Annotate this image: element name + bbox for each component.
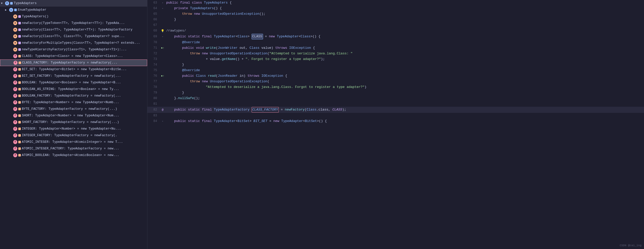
code-line-70: 70 @Override [147,40,644,45]
line-gutter [160,79,165,84]
list-item[interactable]: f BYTE: TypeAdapter<Number> = new TypeAd… [0,99,147,106]
line-number: 71 [147,45,160,51]
visibility-icon [18,15,21,18]
line-number: 63 [147,0,160,6]
list-item[interactable]: f BIT_SET: TypeAdapter<BitSet> = new Typ… [0,66,147,73]
tree-item-label: ATOMIC_BOOLEAN: TypeAdapter<AtomicBoolea… [22,153,119,157]
line-gutter: 💡 [160,28,165,34]
tree-item-label: CLASS: TypeAdapter<Class> = new TypeAdap… [22,54,123,58]
fold-icon: ▾ [161,2,164,4]
tree-item-label: BOOLEAN_FACTORY: TypeAdapterFactory = ne… [22,94,121,98]
line-code: } [165,17,644,22]
list-item[interactable]: f BOOLEAN: TypeAdapter<Boolean> = new Ty… [0,79,147,86]
line-gutter [160,22,165,28]
code-line-76: 76 ●↑ public Class read(JsonReader in) t… [147,73,644,79]
list-item[interactable]: f ATOMIC_INTEGER: TypeAdapter<AtomicInte… [0,139,147,145]
code-line-65: 65 throw new UnsupportedOperationExcepti… [147,11,644,17]
list-item[interactable]: f INTEGER_FACTORY: TypeAdapterFactory = … [0,132,147,139]
at-icon: @ [162,108,164,111]
line-number: 69 [147,34,160,40]
code-line-69: 69 ▾ public static final TypeAdapter<Cla… [147,34,644,40]
line-gutter: ▾ [160,6,165,11]
code-line-71: 71 ●↑ public void write(JsonWriter out, … [147,45,644,51]
list-item[interactable]: f BOOLEAN_FACTORY: TypeAdapterFactory = … [0,92,147,99]
tree-item-label: INTEGER_FACTORY: TypeAdapterFactory = ne… [22,134,117,137]
code-line-77: 77 throw new UnsupportedOperationExcepti… [147,79,644,84]
tree-root-item[interactable]: ▼ C TypeAdapters [0,0,147,7]
tree-item-label: BOOLEAN: TypeAdapter<Boolean> = new Type… [22,81,121,84]
line-code: @Override [165,40,644,45]
list-item[interactable]: f CLASS: TypeAdapter<Class> = new TypeAd… [0,53,147,59]
line-gutter [160,90,165,96]
tree-item-label: SHORT: TypeAdapter<Number> = new TypeAda… [22,114,119,117]
method-icon: m [13,21,17,25]
field-icon: f [13,120,17,124]
line-number: 83 [147,113,160,118]
line-code: public static final TypeAdapterFactory C… [165,107,644,113]
code-line-80: 80 }.nullSafe(); [147,96,644,101]
line-number: 76 [147,73,160,79]
tree-item-label: BIT_SET: TypeAdapter<BitSet> = new TypeA… [22,68,127,71]
field-icon: f [13,127,17,131]
line-number: 75 [147,68,160,73]
line-gutter [160,62,165,68]
list-item[interactable]: f SHORT_FACTORY: TypeAdapterFactory = ne… [0,119,147,126]
tree-item-label: ATOMIC_INTEGER_FACTORY: TypeAdapterFacto… [22,147,119,150]
selected-list-item[interactable]: f CLASS_FACTORY: TypeAdapterFactory = ne… [0,59,147,66]
list-item[interactable]: ▶ C EnumTypeAdapter [0,7,147,13]
tree-item-label: TypeAdapters() [22,15,49,18]
line-code: public final class TypeAdapters { [165,0,644,6]
visibility-icon [18,114,21,117]
tree-item-label: ATOMIC_INTEGER: TypeAdapter<AtomicIntege… [22,140,123,144]
line-code: public static final TypeAdapter<BitSet> … [165,118,644,124]
visibility-icon [18,28,21,31]
line-number: 65 [147,11,160,17]
line-gutter [160,84,165,90]
code-line-73: 73 + value.getName() + ". Forgot to regi… [147,56,644,62]
code-line-84: 84 ▾ public static final TypeAdapter<Bit… [147,118,644,124]
tree-item-label: BYTE: TypeAdapter<Number> = new TypeAdap… [22,101,119,104]
field-icon: f [13,81,17,85]
line-code: throw new UnsupportedOperationException( [165,79,644,84]
tree-item-label: BOOLEAN_AS_STRING: TypeAdapter<Boolean> … [22,87,119,91]
code-editor: 63 ▾ public final class TypeAdapters { 6… [147,0,644,249]
list-item[interactable]: f ATOMIC_INTEGER_FACTORY: TypeAdapterFac… [0,145,147,152]
line-number: 67 [147,22,160,28]
field-icon: f [13,87,17,91]
code-line-79: 79 } [147,90,644,96]
list-item[interactable]: f INTEGER: TypeAdapter<Number> = new Typ… [0,126,147,132]
visibility-icon [18,35,21,38]
tree-item-label: newTypeHierarchyFactory(Class<T1>, TypeA… [22,48,127,51]
line-number: 77 [147,79,160,84]
warning-icon: 💡 [161,29,164,33]
list-item[interactable]: f BOOLEAN_AS_STRING: TypeAdapter<Boolean… [0,86,147,92]
code-line-63: 63 ▾ public final class TypeAdapters { [147,0,644,6]
list-item[interactable]: m newFactory(Class<TT>, Class<TT>, TypeA… [0,33,147,40]
list-item[interactable]: f BIT_SET_FACTORY: TypeAdapterFactory = … [0,73,147,79]
fold-icon: ▾ [161,120,164,123]
line-code: public static final TypeAdapter<Class> C… [165,34,644,40]
line-number: 82 [147,107,160,113]
visibility-icon [18,55,21,57]
list-item[interactable]: m newFactory(Class<TT>, TypeAdapter<TT>)… [0,26,147,33]
tree-item-label: BIT_SET_FACTORY: TypeAdapterFactory = ne… [22,74,121,78]
field-icon: f [13,100,17,104]
field-icon: f [13,67,17,71]
visibility-icon [18,42,21,44]
list-item[interactable]: m newFactoryForMultipleTypes(Class<TT>, … [0,40,147,46]
list-item[interactable]: m newFactory(TypeToken<TT>, TypeAdapter<… [0,20,147,26]
list-item[interactable]: f SHORT: TypeAdapter<Number> = new TypeA… [0,112,147,119]
expand-arrow: ▼ [1,2,5,5]
line-gutter [160,17,165,22]
breakpoint-icon: ●↑ [161,74,164,77]
list-item[interactable]: m TypeAdapters() [0,13,147,20]
code-line-66: 66 } [147,17,644,22]
field-icon: f [13,54,17,58]
visibility-icon [18,108,21,110]
list-item[interactable]: m newTypeHierarchyFactory(Class<T1>, Typ… [0,46,147,53]
list-item[interactable]: f BYTE_FACTORY: TypeAdapterFactory = new… [0,106,147,112]
line-code: }.nullSafe(); [165,96,644,101]
line-code [165,22,644,28]
line-code: "Attempted to deserialize a java.lang.Cl… [165,84,644,90]
list-item[interactable]: f ATOMIC_BOOLEAN: TypeAdapter<AtomicBool… [0,152,147,159]
